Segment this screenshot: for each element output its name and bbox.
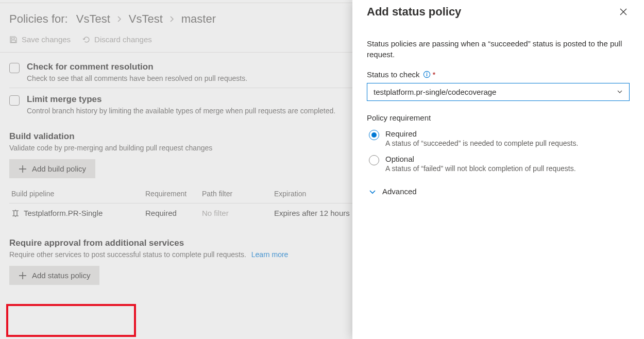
chevron-down-icon <box>617 88 623 96</box>
close-button[interactable] <box>617 6 630 18</box>
checkbox[interactable] <box>9 95 20 106</box>
close-icon <box>619 8 628 16</box>
pathfilter-cell: No filter <box>202 209 274 217</box>
pipeline-name: Testplatform.PR-Single <box>24 209 103 217</box>
advanced-label: Advanced <box>382 187 417 196</box>
discard-label: Discard changes <box>94 35 152 44</box>
advanced-toggle[interactable]: Advanced <box>369 187 630 196</box>
pane-desc: Status policies are passing when a “succ… <box>367 38 630 60</box>
add-build-label: Add build policy <box>32 164 86 173</box>
section-desc-text: Require other services to post successfu… <box>9 250 246 259</box>
learn-more-link[interactable]: Learn more <box>251 250 289 259</box>
status-selected-value: testplatform.pr-single/codecoverage <box>374 88 496 96</box>
add-status-label: Add status policy <box>32 271 90 280</box>
col-pipeline: Build pipeline <box>11 190 145 198</box>
plus-icon <box>19 165 27 173</box>
chevron-down-icon <box>369 188 376 195</box>
radio-desc: A status of “succeeded” is needed to com… <box>385 139 578 147</box>
status-label-text: Status to check <box>367 70 420 79</box>
radio-optional[interactable] <box>369 155 379 165</box>
add-status-policy-button[interactable]: Add status policy <box>9 266 99 285</box>
radio-label: Optional <box>385 155 576 163</box>
save-button[interactable]: Save changes <box>9 33 71 46</box>
status-select[interactable]: testplatform.pr-single/codecoverage <box>367 83 630 101</box>
radio-option-required[interactable]: Required A status of “succeeded” is need… <box>369 129 630 147</box>
breadcrumb-item[interactable]: VsTest <box>129 12 163 26</box>
svg-rect-2 <box>426 74 427 77</box>
info-icon[interactable] <box>423 71 431 78</box>
plus-icon <box>19 272 27 280</box>
policy-requirement-label: Policy requirement <box>367 113 630 122</box>
save-label: Save changes <box>22 35 71 44</box>
checkbox[interactable] <box>9 63 20 73</box>
status-to-check-label: Status to check * <box>367 70 630 79</box>
chevron-right-icon <box>116 16 123 22</box>
pipeline-icon <box>11 209 20 217</box>
svg-point-1 <box>426 73 427 74</box>
radio-option-optional[interactable]: Optional A status of “failed” will not b… <box>369 155 630 173</box>
breadcrumb-item[interactable]: VsTest <box>76 12 110 26</box>
discard-button[interactable]: Discard changes <box>82 33 152 46</box>
pipeline-cell: Testplatform.PR-Single <box>11 209 145 217</box>
add-build-policy-button[interactable]: Add build policy <box>9 159 95 178</box>
save-icon <box>9 36 18 44</box>
policy-title: Check for comment resolution <box>27 62 247 72</box>
required-asterisk: * <box>433 70 436 79</box>
policy-title: Limit merge types <box>27 94 335 105</box>
col-requirement: Requirement <box>145 190 202 198</box>
add-status-policy-pane: Add status policy Status policies are pa… <box>352 0 644 339</box>
pane-title: Add status policy <box>367 5 461 19</box>
policy-desc: Control branch history by limiting the a… <box>27 107 335 115</box>
col-pathfilter: Path filter <box>202 190 274 198</box>
requirement-cell: Required <box>145 209 202 217</box>
radio-required[interactable] <box>369 130 379 140</box>
breadcrumb-item[interactable]: master <box>181 12 216 26</box>
undo-icon <box>82 36 90 44</box>
policy-desc: Check to see that all comments have been… <box>27 74 247 82</box>
breadcrumb-label: Policies for: <box>9 12 68 26</box>
chevron-right-icon <box>169 16 175 22</box>
radio-label: Required <box>385 129 578 138</box>
radio-desc: A status of “failed” will not block comp… <box>385 164 576 173</box>
